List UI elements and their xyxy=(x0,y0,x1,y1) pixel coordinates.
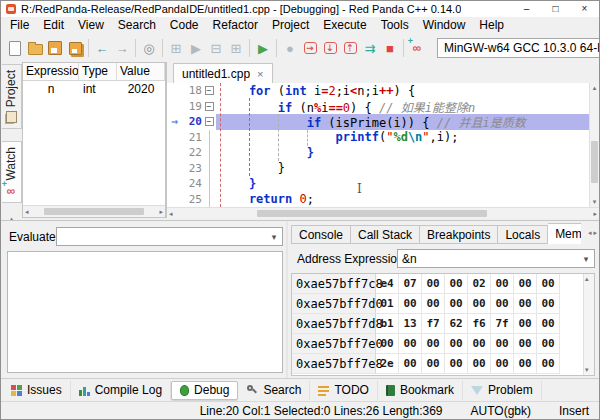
menu-item-search[interactable]: Search xyxy=(111,17,163,34)
tab-memory[interactable]: Memory xyxy=(548,223,581,244)
watch-header-expression[interactable]: Expression xyxy=(23,63,79,80)
tab-locals[interactable]: Locals xyxy=(498,225,548,244)
compiler-set-dropdown[interactable]: MinGW-w64 GCC 10.3.0 64-bit Debug ▾ xyxy=(437,38,600,58)
code-line-19[interactable]: 19−if (n%i==0) { // 如果i能整除n xyxy=(167,99,599,115)
stop-button[interactable]: ■ xyxy=(380,38,400,58)
address-expression-input[interactable]: &n ▾ xyxy=(397,249,595,268)
minimize-button[interactable]: – xyxy=(512,1,541,17)
sidebar-tab-watch[interactable]: Watch∞+ xyxy=(2,141,22,203)
scroll-right-icon[interactable]: ▸ xyxy=(593,229,597,237)
back-button[interactable]: ← xyxy=(92,38,112,58)
panel-splitter[interactable] xyxy=(286,221,288,379)
watch-hscrollbar[interactable]: ◂ ▸ xyxy=(23,205,165,217)
forward-button[interactable]: → xyxy=(112,38,132,58)
bottom-tab-problem[interactable]: Problem xyxy=(463,381,542,400)
menu-item-execute[interactable]: Execute xyxy=(316,17,373,34)
tab-call-stack[interactable]: Call Stack xyxy=(351,225,420,244)
scroll-down-icon[interactable]: ▾ xyxy=(590,198,599,206)
code-area[interactable]: 18−for (int i=2;i<n;i++) {19−if (n%i==0)… xyxy=(167,83,599,207)
run-inactive-button[interactable]: ▶ xyxy=(186,38,206,58)
memory-vscrollbar[interactable]: ▴ ▾ xyxy=(583,274,594,375)
code-line-18[interactable]: 18−for (int i=2;i<n;i++) { xyxy=(167,83,599,99)
step-over-button[interactable]: ⇢ xyxy=(300,38,320,58)
menu-item-help[interactable]: Help xyxy=(472,17,511,34)
scroll-up-icon[interactable]: ▴ xyxy=(590,84,599,92)
memory-byte: 00 xyxy=(537,274,560,294)
scroll-up-icon[interactable]: ▴ xyxy=(585,275,589,283)
tab-console[interactable]: Console xyxy=(291,225,351,244)
line-number: 21 xyxy=(182,131,202,144)
memory-row[interactable]: 0xae57bff7e82e00000000000000 xyxy=(292,354,583,374)
memory-byte: 01 xyxy=(376,294,399,314)
save-button[interactable] xyxy=(45,38,65,58)
scroll-down-icon[interactable]: ▾ xyxy=(585,366,589,374)
code-line-24[interactable]: 24} xyxy=(167,176,599,192)
tab-breakpoints[interactable]: Breakpoints xyxy=(420,225,498,244)
menu-item-window[interactable]: Window xyxy=(416,17,473,34)
scroll-right-icon[interactable]: ▸ xyxy=(593,210,597,218)
scroll-thumb[interactable] xyxy=(44,208,144,215)
compile-button[interactable]: ⊞ xyxy=(166,38,186,58)
bottom-tab-search[interactable]: Search xyxy=(238,381,310,400)
evaluate-input[interactable]: ▾ xyxy=(56,227,283,246)
editor-vscrollbar[interactable]: ▴ ▾ xyxy=(589,83,599,207)
toolbar-separator xyxy=(88,39,89,57)
evaluate-output-area[interactable] xyxy=(7,251,283,373)
rebuild-button[interactable]: ⊟ xyxy=(206,38,226,58)
memory-address: 0xae57bff7d0 xyxy=(292,294,376,314)
scroll-thumb[interactable] xyxy=(591,141,598,183)
run-button[interactable]: ▶ xyxy=(253,38,273,58)
compile-run-button[interactable]: ⊞ xyxy=(226,38,246,58)
sidebar-tab-project[interactable]: Project xyxy=(2,64,22,129)
watch-header-value[interactable]: Value xyxy=(117,63,165,80)
encoding-status[interactable]: AUTO(gbk) xyxy=(471,404,531,418)
compile-options-button[interactable]: ◎ xyxy=(139,38,159,58)
scroll-left-icon[interactable]: ◂ xyxy=(588,229,592,237)
memory-row[interactable]: 0xae57bff7d00100000000000000 xyxy=(292,294,583,314)
code-line-20[interactable]: ⇒20−if (isPrime(i)) { // 并且i是质数 xyxy=(167,114,599,130)
sidebar-tab-label: Watch xyxy=(4,147,18,181)
bottom-tab-debug[interactable]: Debug xyxy=(171,381,238,400)
bottom-tab-issues[interactable]: Issues xyxy=(3,381,71,400)
menu-item-code[interactable]: Code xyxy=(163,17,206,34)
scroll-right-icon[interactable]: ▸ xyxy=(159,208,163,216)
continue-button[interactable]: ⇉ xyxy=(360,38,380,58)
code-line-23[interactable]: 23} xyxy=(167,161,599,177)
menu-item-edit[interactable]: Edit xyxy=(36,17,71,34)
scroll-thumb[interactable] xyxy=(257,210,487,217)
memory-row[interactable]: 0xae57bff7c8e407000002000000 xyxy=(292,274,583,294)
menu-item-view[interactable]: View xyxy=(71,17,111,34)
editor-tab-untitled1[interactable]: untitled1.cpp × xyxy=(173,63,273,83)
memory-row[interactable]: 0xae57bff7e00000000000000000 xyxy=(292,334,583,354)
scroll-left-icon[interactable]: ◂ xyxy=(169,210,173,218)
scroll-left-icon[interactable]: ◂ xyxy=(25,208,29,216)
menu-item-tools[interactable]: Tools xyxy=(374,17,416,34)
close-tab-icon[interactable]: × xyxy=(257,68,263,80)
menu-item-file[interactable]: File xyxy=(3,17,36,34)
menu-item-refactor[interactable]: Refactor xyxy=(206,17,265,34)
debug-inactive-button[interactable]: ● xyxy=(280,38,300,58)
fold-collapse-icon[interactable]: − xyxy=(202,114,216,130)
code-line-21[interactable]: 21printf("%d\n",i); xyxy=(167,130,599,146)
save-all-button[interactable] xyxy=(65,38,85,58)
step-into-button[interactable]: ⇣ xyxy=(320,38,340,58)
editor-hscrollbar[interactable]: ◂ ▸ xyxy=(167,207,599,218)
bottom-tab-bookmark[interactable]: Bookmark xyxy=(378,381,463,400)
memory-row[interactable]: 0xae57bff7d8b113f762f67f0000 xyxy=(292,314,583,334)
bottom-tab-todo[interactable]: TODO xyxy=(310,381,377,400)
open-file-button[interactable] xyxy=(25,38,45,58)
close-button[interactable]: × xyxy=(570,1,599,17)
step-out-button[interactable]: ⇡ xyxy=(340,38,360,58)
maximize-button[interactable]: □ xyxy=(541,1,570,17)
add-watch-button[interactable]: ∞+ xyxy=(407,38,427,58)
code-line-25[interactable]: 25return 0; xyxy=(167,192,599,208)
new-file-button[interactable] xyxy=(5,38,25,58)
watch-header-type[interactable]: Type xyxy=(79,63,117,80)
fold-collapse-icon[interactable]: − xyxy=(202,83,216,99)
menu-item-project[interactable]: Project xyxy=(265,17,316,34)
bottom-tab-compile-log[interactable]: Compile Log xyxy=(71,381,171,400)
watch-row[interactable]: nint2020 xyxy=(23,81,165,96)
insert-mode-status[interactable]: Insert xyxy=(559,404,589,418)
code-line-22[interactable]: 22} xyxy=(167,145,599,161)
fold-collapse-icon[interactable]: − xyxy=(202,99,216,115)
